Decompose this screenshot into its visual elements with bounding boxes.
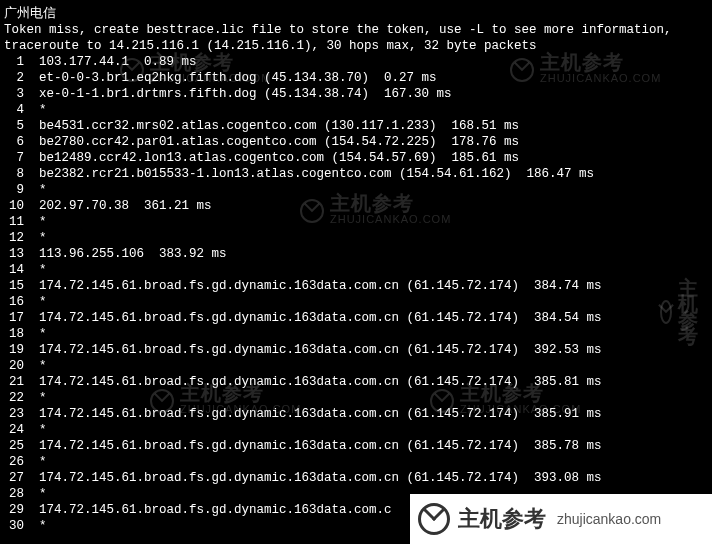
hop-text: be2780.ccr42.par01.atlas.cogentco.com (1… <box>24 135 519 149</box>
hop-number: 18 <box>4 326 24 342</box>
hop-number: 4 <box>4 102 24 118</box>
hop-number: 30 <box>4 518 24 534</box>
traceroute-hop: 9 * <box>4 182 708 198</box>
hop-text: 174.72.145.61.broad.fs.gd.dynamic.163dat… <box>24 343 602 357</box>
hop-text: * <box>24 519 47 533</box>
traceroute-hop: 1 103.177.44.1 0.89 ms <box>4 54 708 70</box>
hop-number: 21 <box>4 374 24 390</box>
traceroute-hop: 13 113.96.255.106 383.92 ms <box>4 246 708 262</box>
hop-text: 174.72.145.61.broad.fs.gd.dynamic.163dat… <box>24 375 602 389</box>
traceroute-hop: 20 * <box>4 358 708 374</box>
hop-number: 29 <box>4 502 24 518</box>
hop-text: 174.72.145.61.broad.fs.gd.dynamic.163dat… <box>24 471 602 485</box>
traceroute-hop: 25 174.72.145.61.broad.fs.gd.dynamic.163… <box>4 438 708 454</box>
hop-number: 25 <box>4 438 24 454</box>
traceroute-output: 1 103.177.44.1 0.89 ms2 et-0-0-3.br1.eq2… <box>4 54 708 534</box>
traceroute-hop: 19 174.72.145.61.broad.fs.gd.dynamic.163… <box>4 342 708 358</box>
terminal-title: 广州电信 <box>4 6 708 22</box>
hop-text: 202.97.70.38 361.21 ms <box>24 199 212 213</box>
traceroute-hop: 18 * <box>4 326 708 342</box>
traceroute-hop: 23 174.72.145.61.broad.fs.gd.dynamic.163… <box>4 406 708 422</box>
info-line-2: traceroute to 14.215.116.1 (14.215.116.1… <box>4 38 708 54</box>
hop-text: * <box>24 263 47 277</box>
hop-text: et-0-0-3.br1.eq2hkg.fifth.dog (45.134.38… <box>24 71 437 85</box>
hop-text: * <box>24 391 47 405</box>
hop-text: 113.96.255.106 383.92 ms <box>24 247 227 261</box>
hop-number: 14 <box>4 262 24 278</box>
traceroute-hop: 10 202.97.70.38 361.21 ms <box>4 198 708 214</box>
traceroute-hop: 6 be2780.ccr42.par01.atlas.cogentco.com … <box>4 134 708 150</box>
traceroute-hop: 12 * <box>4 230 708 246</box>
refresh-icon <box>418 503 450 535</box>
hop-number: 13 <box>4 246 24 262</box>
hop-number: 9 <box>4 182 24 198</box>
traceroute-hop: 22 * <box>4 390 708 406</box>
hop-number: 19 <box>4 342 24 358</box>
hop-text: be4531.ccr32.mrs02.atlas.cogentco.com (1… <box>24 119 519 133</box>
hop-text: 174.72.145.61.broad.fs.gd.dynamic.163dat… <box>24 407 602 421</box>
hop-text: * <box>24 487 47 501</box>
hop-number: 20 <box>4 358 24 374</box>
hop-text: 103.177.44.1 0.89 ms <box>24 55 197 69</box>
traceroute-hop: 27 174.72.145.61.broad.fs.gd.dynamic.163… <box>4 470 708 486</box>
traceroute-hop: 16 * <box>4 294 708 310</box>
traceroute-hop: 24 * <box>4 422 708 438</box>
hop-number: 22 <box>4 390 24 406</box>
hop-number: 16 <box>4 294 24 310</box>
hop-text: be2382.rcr21.b015533-1.lon13.atlas.cogen… <box>24 167 594 181</box>
hop-text: * <box>24 103 47 117</box>
hop-number: 15 <box>4 278 24 294</box>
hop-number: 6 <box>4 134 24 150</box>
traceroute-hop: 15 174.72.145.61.broad.fs.gd.dynamic.163… <box>4 278 708 294</box>
hop-text: * <box>24 215 47 229</box>
hop-number: 17 <box>4 310 24 326</box>
hop-number: 7 <box>4 150 24 166</box>
banner-text-en: zhujicankao.com <box>557 511 661 527</box>
hop-text: xe-0-1-1.br1.drtmrs.fifth.dog (45.134.38… <box>24 87 452 101</box>
hop-number: 23 <box>4 406 24 422</box>
info-line-1: Token miss, create besttrace.lic file to… <box>4 22 708 38</box>
hop-text: * <box>24 359 47 373</box>
hop-text: * <box>24 231 47 245</box>
hop-text: * <box>24 455 47 469</box>
traceroute-hop: 2 et-0-0-3.br1.eq2hkg.fifth.dog (45.134.… <box>4 70 708 86</box>
banner-text-cn: 主机参考 <box>458 511 546 527</box>
hop-text: 174.72.145.61.broad.fs.gd.dynamic.163dat… <box>24 311 602 325</box>
traceroute-hop: 8 be2382.rcr21.b015533-1.lon13.atlas.cog… <box>4 166 708 182</box>
hop-number: 24 <box>4 422 24 438</box>
hop-number: 2 <box>4 70 24 86</box>
hop-number: 28 <box>4 486 24 502</box>
hop-text: * <box>24 183 47 197</box>
traceroute-hop: 11 * <box>4 214 708 230</box>
hop-number: 5 <box>4 118 24 134</box>
hop-text: * <box>24 327 47 341</box>
hop-number: 8 <box>4 166 24 182</box>
hop-text: 174.72.145.61.broad.fs.gd.dynamic.163dat… <box>24 279 602 293</box>
traceroute-hop: 14 * <box>4 262 708 278</box>
hop-number: 10 <box>4 198 24 214</box>
hop-number: 12 <box>4 230 24 246</box>
footer-banner: 主机参考 zhujicankao.com <box>410 494 712 544</box>
hop-number: 3 <box>4 86 24 102</box>
traceroute-hop: 5 be4531.ccr32.mrs02.atlas.cogentco.com … <box>4 118 708 134</box>
traceroute-hop: 3 xe-0-1-1.br1.drtmrs.fifth.dog (45.134.… <box>4 86 708 102</box>
traceroute-hop: 7 be12489.ccr42.lon13.atlas.cogentco.com… <box>4 150 708 166</box>
hop-text: 174.72.145.61.broad.fs.gd.dynamic.163dat… <box>24 439 602 453</box>
traceroute-hop: 17 174.72.145.61.broad.fs.gd.dynamic.163… <box>4 310 708 326</box>
traceroute-hop: 21 174.72.145.61.broad.fs.gd.dynamic.163… <box>4 374 708 390</box>
hop-text: * <box>24 423 47 437</box>
traceroute-hop: 4 * <box>4 102 708 118</box>
hop-number: 26 <box>4 454 24 470</box>
hop-text: 174.72.145.61.broad.fs.gd.dynamic.163dat… <box>24 503 392 517</box>
hop-number: 27 <box>4 470 24 486</box>
hop-number: 11 <box>4 214 24 230</box>
hop-text: * <box>24 295 47 309</box>
hop-text: be12489.ccr42.lon13.atlas.cogentco.com (… <box>24 151 519 165</box>
hop-number: 1 <box>4 54 24 70</box>
traceroute-hop: 26 * <box>4 454 708 470</box>
